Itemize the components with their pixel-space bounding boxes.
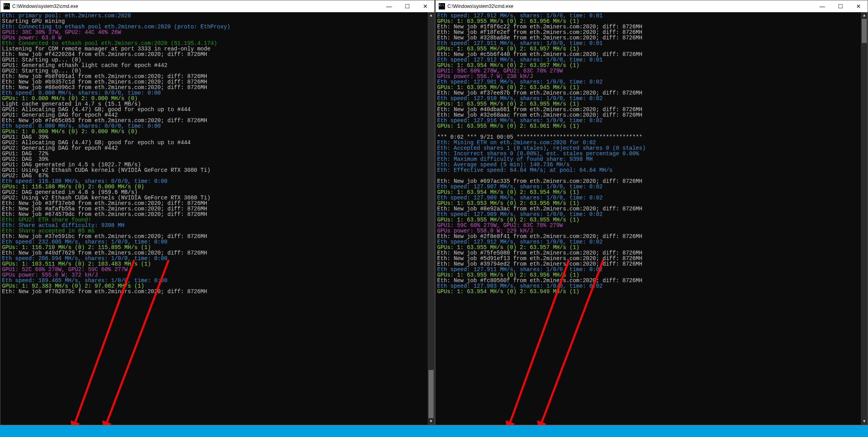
terminal-line: Eth: New job #88e096c3 from eth.2miners.… (2, 85, 434, 90)
terminal-line: GPUs: 1: 0.000 MH/s (0) 2: 0.000 MH/s (0… (2, 129, 434, 134)
terminal-line: Eth: New job #f4220284 from eth.2miners.… (2, 52, 434, 57)
terminal-line: Eth: Connected to ethash pool eth.2miner… (2, 41, 434, 46)
terminal-line: Eth: New job #f782875c from eth.2miners.… (2, 289, 434, 294)
minimize-button[interactable]: — (380, 0, 398, 12)
terminal-line: Eth: Connecting to ethash pool eth.2mine… (2, 24, 434, 30)
scroll-up-icon[interactable]: ▲ (428, 12, 434, 19)
close-button[interactable]: ✕ (416, 0, 434, 12)
terminal-output-right[interactable]: Eth speed: 127.912 MH/s, shares: 1/0/0, … (436, 12, 868, 425)
terminal-line: GPUs: 1: 92.383 MH/s (0) 2: 97.082 MH/s … (2, 283, 434, 289)
terminal-line: GPUs: 1: 63.954 MH/s (0) 2: 63.949 MH/s … (437, 289, 868, 294)
terminal-line: Eth speed: 127.910 MH/s, shares: 1/0/0, … (437, 96, 868, 101)
close-button[interactable]: ✕ (849, 0, 868, 12)
minimize-button[interactable]: — (813, 0, 831, 12)
scrollbar[interactable]: ▲ ▼ (428, 12, 434, 425)
titlebar-right[interactable]: C:\Windows\system32\cmd.exe — ☐ ✕ (436, 0, 868, 12)
terminal-line: Eth: New job #328ba68e from eth.2miners.… (437, 35, 868, 41)
scroll-down-icon[interactable]: ▼ (861, 418, 868, 425)
terminal-line: Eth: Average speed (5 min): 140.736 MH/s (437, 162, 868, 167)
terminal-line: Eth: New job #674579dc from eth.2miners.… (2, 212, 434, 217)
terminal-line: GPUs power: 556.7 W; 230 kH/J (437, 74, 868, 79)
terminal-line: GPUs: 1: 63.955 MH/s (0) 2: 63.955 MH/s … (437, 101, 868, 107)
terminal-line: GPUs: 1: 63.954 MH/s (0) 2: 63.954 MH/s … (437, 190, 868, 195)
terminal-line: Eth: Mining ETH on eth.2miners.com:2020 … (437, 140, 868, 145)
terminal-line: GPU1: Using v2 Ethash CUDA kernels (NVID… (2, 167, 434, 173)
terminal-line: GPU2: DAG 67% (2, 173, 434, 179)
terminal-line: Eth: New job #8e92a3ac from eth.2miners.… (437, 206, 868, 212)
terminal-line: GPU1: 52C 60% 278W, GPU2: 59C 60% 277W (2, 267, 434, 272)
terminal-line: GPU1: Starting up... (0) (2, 57, 434, 63)
scroll-up-icon[interactable]: ▲ (861, 12, 868, 19)
terminal-line: GPU1: DAG generated in 4.5 s (1022.7 MB/… (2, 162, 434, 167)
terminal-line: Starting GPU mining (2, 19, 434, 24)
terminal-line: Eth: New job #32e68aac from eth.2miners.… (437, 112, 868, 118)
terminal-line: Eth: New job #2f8e8f41 from eth.2miners.… (437, 234, 868, 239)
terminal-line: Eth speed: 0.000 MH/s, shares: 0/0/0, ti… (2, 123, 434, 129)
terminal-line: GPUs: 1: 103.511 MH/s (0) 2: 103.483 MH/… (2, 261, 434, 267)
terminal-line: GPUs: 1: 63.953 MH/s (0) 2: 63.956 MH/s … (437, 201, 868, 206)
titlebar-left[interactable]: C:\Windows\system32\cmd.exe — ☐ ✕ (0, 0, 434, 12)
terminal-line: Light cache generated in 4.7 s (15.1 MB/… (2, 101, 434, 107)
terminal-line: GPUs: 1: 63.955 MH/s (0) 2: 63.955 MH/s … (437, 217, 868, 223)
terminal-line: GPUs power: 558.0 W; 229 kH/J (437, 228, 868, 234)
terminal-line: GPU1: 59C 60% 279W, GPU2: 63C 70% 279W (437, 223, 868, 228)
taskbar[interactable] (0, 425, 868, 437)
terminal-line: GPU1: Generating DAG for epoch #442 (2, 112, 434, 118)
terminal-line: Eth: New job #49df7629 from eth.2miners.… (2, 250, 434, 256)
terminal-line: Eth speed: 127.909 MH/s, shares: 1/0/0, … (437, 195, 868, 201)
terminal-line: Eth: New job #5d91ef13 from eth.2miners.… (437, 256, 868, 261)
window-title: C:\Windows\system32\cmd.exe (12, 4, 380, 9)
terminal-line: GPUs: 1: 116.710 MH/s (0) 2: 115.895 MH/… (2, 245, 434, 250)
maximize-button[interactable]: ☐ (398, 0, 416, 12)
terminal-line: Eth: New job #1f8f6c22 from eth.2miners.… (437, 24, 868, 30)
terminal-output-left[interactable]: Eth: primary pool: eth.2miners.com:2020S… (0, 12, 434, 425)
terminal-line: Eth speed: 116.188 MH/s, shares: 0/0/0, … (2, 179, 434, 184)
terminal-line: GPU2: Starting up... (0) (2, 68, 434, 74)
terminal-line: Eth speed: 0.000 MH/s, shares: 0/0/0, ti… (2, 90, 434, 96)
terminal-line: Eth: New job #75fe5080 from eth.2miners.… (437, 250, 868, 256)
terminal-line: *** 0:02 *** 9/21 00:05 ****************… (437, 134, 868, 140)
terminal-line: Eth: New job #b9357c1d from eth.2miners.… (2, 79, 434, 85)
terminal-line: GPUs: 1: 63.955 MH/s (0) 2: 63.957 MH/s … (437, 46, 868, 52)
terminal-line: GPU2: DAG 39% (2, 156, 434, 162)
terminal-line: Eth speed: 127.911 MH/s, shares: 1/0/0, … (437, 267, 868, 272)
terminal-line: Eth: New job #fc80560f from eth.2miners.… (437, 278, 868, 283)
terminal-line: Listening for CDM remote manager at port… (2, 46, 434, 52)
scroll-thumb[interactable] (428, 370, 434, 418)
terminal-line: Eth speed: 127.907 MH/s, shares: 1/0/0, … (437, 184, 868, 190)
cmd-icon (4, 3, 10, 9)
terminal-line: Eth: New job #7e65c053 from eth.2miners.… (2, 118, 434, 123)
terminal-line: Eth speed: 189.465 MH/s, shares: 1/0/0, … (2, 278, 434, 283)
scroll-down-icon[interactable]: ▼ (428, 418, 434, 425)
terminal-line: GPUs: 1: 63.955 MH/s (0) 2: 63.956 MH/s … (437, 19, 868, 24)
terminal-line: Eth: New job #f18fe2ef from eth.2miners.… (437, 30, 868, 35)
terminal-line: Eth: Accepted shares 1 (0 stales), rejec… (437, 145, 868, 151)
terminal-line: Eth: New job #afafb55a from eth.2miners.… (2, 206, 434, 212)
terminal-line: Eth: New job #3ff37eb0 from eth.2miners.… (2, 201, 434, 206)
terminal-line: GPUs: 1: 63.954 MH/s (0) 2: 63.957 MH/s … (437, 63, 868, 68)
terminal-line: Eth: primary pool: eth.2miners.com:2020 (2, 13, 434, 19)
terminal-line: Eth: Share actual difficulty: 9398 MH (2, 223, 434, 228)
terminal-line: Eth speed: 127.911 MH/s, shares: 1/0/0, … (437, 41, 868, 46)
terminal-line: Eth speed: 127.916 MH/s, shares: 1/0/0, … (437, 118, 868, 123)
terminal-line: Eth: New job #f37ee87b from eth.2miners.… (437, 90, 868, 96)
terminal-line: GPUs: 1: 63.955 MH/s (0) 2: 63.957 MH/s … (437, 245, 868, 250)
terminal-line: Eth speed: 206.994 MH/s, shares: 1/0/0, … (2, 256, 434, 261)
cmd-icon (439, 3, 445, 9)
terminal-line: GPU1: DAG 39% (2, 134, 434, 140)
terminal-line: Eth speed: 127.909 MH/s, shares: 1/0/0, … (437, 212, 868, 217)
terminal-line: Eth: New job #40dba661 from eth.2miners.… (437, 107, 868, 112)
scroll-thumb[interactable] (862, 19, 867, 43)
terminal-line: GPU2: Using v2 Ethash CUDA kernels (NVID… (2, 195, 434, 201)
terminal-line: GPU1: 59C 60% 278W, GPU2: 63C 70% 279W (437, 68, 868, 74)
terminal-line: GPU1: DAG 72% (2, 151, 434, 156)
terminal-line: GPU2: Allocating DAG (4.47) GB; good for… (2, 140, 434, 145)
terminal-line: Eth speed: 127.901 MH/s, shares: 1/0/0, … (437, 79, 868, 85)
terminal-line: Eth speed: 127.903 MH/s, shares: 1/0/0, … (437, 283, 868, 289)
scrollbar[interactable]: ▲ ▼ (861, 12, 868, 425)
terminal-line: GPUs: 1: 63.955 MH/s (0) 2: 63.956 MH/s … (437, 272, 868, 278)
terminal-line: Eth: Share accepted in 85 ms (2, 228, 434, 234)
terminal-line: GPU1: 38C 30% 37W, GPU2: 44C 40% 26W (2, 30, 434, 35)
maximize-button[interactable]: ☐ (831, 0, 849, 12)
terminal-line: GPUs: 1: 63.955 MH/s (0) 2: 63.945 MH/s … (437, 85, 868, 90)
